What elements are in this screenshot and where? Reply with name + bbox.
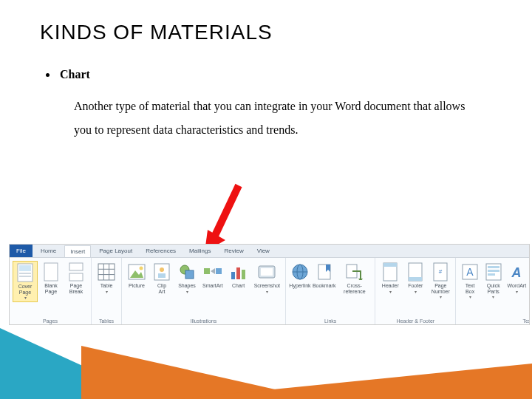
- table-label: Table: [100, 283, 113, 289]
- hyperlink-icon: [290, 262, 310, 282]
- dropdown-icon: ▾: [492, 294, 494, 299]
- svg-marker-36: [358, 279, 363, 280]
- page-number-button[interactable]: # Page Number ▾: [429, 261, 452, 301]
- footer-label: Footer: [408, 283, 423, 289]
- quick-parts-button[interactable]: Quick Parts ▾: [482, 261, 505, 301]
- clip-art-icon: [152, 262, 171, 282]
- svg-text:A: A: [466, 266, 474, 278]
- picture-icon: [127, 262, 146, 282]
- svg-rect-46: [488, 266, 499, 268]
- drop-cap-button[interactable]: A Drop Cap ▾: [529, 261, 530, 301]
- dropdown-icon: ▾: [24, 295, 27, 300]
- svg-rect-7: [69, 263, 83, 270]
- page-number-label: Page Number: [432, 283, 450, 294]
- table-button[interactable]: Table ▾: [95, 261, 118, 296]
- screenshot-button[interactable]: Screenshot ▾: [252, 261, 282, 296]
- tab-page-layout[interactable]: Page Layout: [94, 245, 137, 256]
- page-break-label: Page Break: [69, 283, 83, 294]
- smartart-icon: [203, 262, 222, 282]
- blank-page-label: Blank Page: [44, 283, 58, 294]
- svg-line-0: [214, 185, 239, 239]
- dropdown-icon: ▾: [415, 289, 417, 294]
- svg-text:A: A: [511, 265, 522, 280]
- wordart-label: WordArt: [508, 283, 527, 289]
- shapes-label: Shapes: [178, 283, 196, 289]
- cover-page-label: Cover Page: [18, 284, 33, 295]
- table-icon: [97, 262, 116, 282]
- hyperlink-button[interactable]: Hyperlink: [289, 261, 311, 290]
- smartart-label: SmartArt: [202, 283, 223, 289]
- file-tab[interactable]: File: [10, 245, 33, 257]
- bookmark-button[interactable]: Bookmark: [313, 261, 336, 290]
- picture-button[interactable]: Picture: [125, 261, 149, 290]
- wordart-icon: A: [507, 262, 526, 282]
- chart-button[interactable]: Chart: [227, 261, 250, 290]
- svg-rect-22: [204, 268, 210, 274]
- svg-marker-24: [211, 268, 215, 274]
- svg-rect-9: [98, 264, 115, 280]
- blank-page-button[interactable]: Blank Page: [39, 261, 63, 296]
- page-break-button[interactable]: Page Break: [64, 261, 88, 296]
- tab-home[interactable]: Home: [35, 245, 61, 256]
- footer-icon: [406, 262, 425, 282]
- bookmark-label: Bookmark: [313, 283, 336, 289]
- bookmark-icon: [315, 262, 334, 282]
- svg-rect-3: [19, 265, 31, 271]
- group-text-label: Text: [459, 317, 530, 325]
- group-illustrations: Picture Clip Art Shapes ▾: [122, 258, 286, 325]
- svg-rect-27: [242, 270, 245, 279]
- chart-icon: [229, 262, 248, 282]
- slide: KINDS OF MATERIALS Chart Another type of…: [0, 0, 532, 399]
- hyperlink-label: Hyperlink: [289, 283, 310, 289]
- text-box-label: Text Box: [466, 283, 475, 294]
- bullet-row: Chart: [46, 68, 90, 81]
- svg-rect-47: [488, 270, 499, 272]
- header-label: Header: [382, 283, 399, 289]
- svg-rect-4: [19, 273, 31, 274]
- group-pages: Cover Page ▾ Blank Page Page Break: [10, 258, 92, 325]
- footer-button[interactable]: Footer ▾: [403, 261, 427, 296]
- wordart-button[interactable]: A WordArt ▾: [506, 261, 528, 296]
- tab-view[interactable]: View: [252, 245, 275, 256]
- page-number-icon: #: [431, 262, 450, 282]
- svg-point-18: [160, 267, 164, 272]
- screenshot-label: Screenshot: [254, 283, 280, 289]
- clip-art-button[interactable]: Clip Art: [150, 261, 174, 296]
- group-links: Hyperlink Bookmark Cross-reference: [286, 258, 375, 325]
- svg-text:#: #: [439, 268, 443, 275]
- tab-references[interactable]: References: [140, 245, 181, 256]
- svg-rect-26: [236, 267, 240, 279]
- quick-parts-label: Quick Parts: [487, 283, 500, 294]
- svg-rect-48: [488, 273, 495, 276]
- dropdown-icon: ▾: [186, 289, 188, 294]
- clip-art-label: Clip Art: [157, 283, 166, 294]
- group-illustrations-label: Illustrations: [125, 317, 282, 325]
- svg-rect-19: [158, 273, 166, 278]
- cover-page-button[interactable]: Cover Page ▾: [13, 261, 38, 302]
- ribbon-tab-strip: File Home Insert Page Layout References …: [10, 245, 529, 258]
- group-header-footer: Header ▾ Footer ▾ # Page Nu: [375, 258, 456, 325]
- tab-review[interactable]: Review: [219, 245, 248, 256]
- shapes-button[interactable]: Shapes ▾: [175, 261, 199, 296]
- bullet-label: Chart: [60, 68, 90, 81]
- shapes-icon: [177, 262, 197, 282]
- word-ribbon: File Home Insert Page Layout References …: [9, 244, 530, 325]
- group-tables: Table ▾ Tables: [92, 258, 122, 325]
- group-links-label: Links: [289, 317, 372, 325]
- text-box-button[interactable]: A Text Box ▾: [459, 261, 481, 301]
- picture-label: Picture: [129, 283, 145, 289]
- tab-insert[interactable]: Insert: [64, 245, 91, 257]
- dropdown-icon: ▾: [440, 294, 442, 299]
- cross-reference-button[interactable]: Cross-reference: [337, 261, 372, 296]
- smartart-button[interactable]: SmartArt: [200, 261, 225, 290]
- cross-reference-label: Cross-reference: [339, 283, 369, 294]
- quick-parts-icon: [484, 262, 503, 282]
- dropdown-icon: ▾: [106, 289, 108, 294]
- group-tables-label: Tables: [95, 317, 118, 325]
- svg-rect-40: [409, 277, 422, 281]
- blank-page-icon: [41, 262, 61, 282]
- svg-rect-23: [216, 268, 222, 274]
- tab-mailings[interactable]: Mailings: [184, 245, 216, 256]
- header-button[interactable]: Header ▾: [378, 261, 402, 296]
- svg-rect-8: [69, 273, 83, 281]
